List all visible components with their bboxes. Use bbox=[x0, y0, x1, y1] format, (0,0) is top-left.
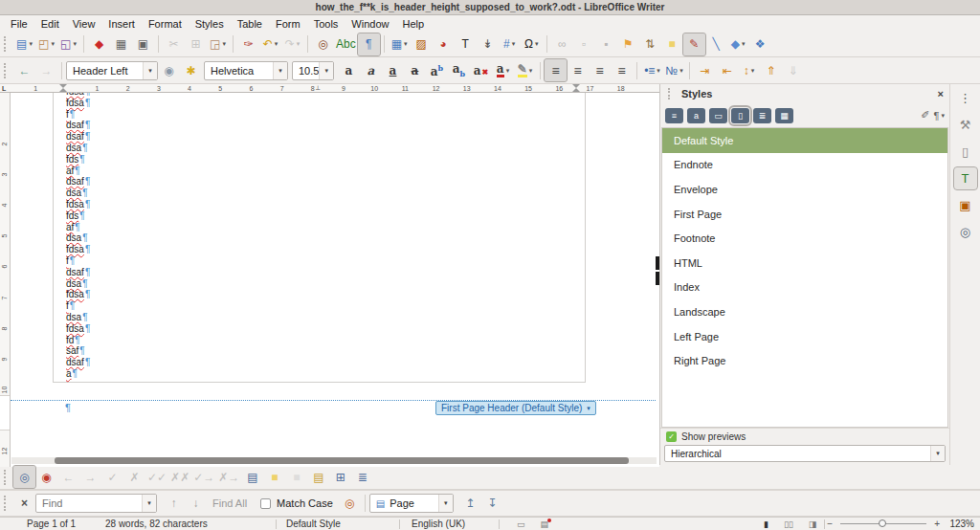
new-style-button[interactable]: ✱ bbox=[180, 59, 202, 81]
chevron-down-icon[interactable]: ▾ bbox=[930, 446, 945, 461]
close-find-bar-button[interactable]: × bbox=[13, 493, 35, 515]
style-list-item[interactable]: HTML bbox=[662, 251, 947, 276]
insert-bookmark-button[interactable]: ⚑ bbox=[617, 33, 639, 55]
fill-format-mode-button[interactable]: ✐ bbox=[921, 109, 929, 121]
panel-drag-handle[interactable] bbox=[668, 88, 674, 99]
sidebar-splitter-handle[interactable] bbox=[656, 256, 659, 285]
style-list-item[interactable]: Right Page bbox=[662, 348, 947, 373]
zoom-in-button[interactable]: + bbox=[932, 519, 942, 529]
search-input[interactable] bbox=[42, 497, 142, 509]
back-button[interactable]: ← bbox=[13, 59, 35, 81]
paste-button[interactable]: ◲▾ bbox=[207, 33, 229, 55]
insert-footnote-button[interactable]: ▫ bbox=[573, 33, 595, 55]
menu-item[interactable]: Window bbox=[345, 17, 395, 31]
horizontal-scrollbar[interactable] bbox=[11, 457, 657, 464]
zoom-slider[interactable] bbox=[840, 523, 926, 524]
chevron-down-icon[interactable]: ▾ bbox=[438, 495, 453, 512]
forward-button[interactable]: → bbox=[35, 59, 57, 81]
horizontal-ruler[interactable]: L 1123456789101112131415161718 ┴ bbox=[0, 84, 659, 93]
vertical-ruler[interactable]: 23456789101112 bbox=[0, 93, 11, 467]
page-style-status[interactable]: Default Style bbox=[277, 519, 399, 529]
line-spacing-button[interactable]: ↕▾ bbox=[738, 59, 760, 81]
undo-button[interactable]: ↶▾ bbox=[259, 33, 281, 55]
insert-hyperlink-button[interactable]: ∞ bbox=[551, 33, 573, 55]
style-list-item[interactable]: First Page bbox=[662, 202, 947, 227]
bold-button[interactable]: a bbox=[338, 59, 360, 81]
find-all-button[interactable]: Find All bbox=[212, 497, 247, 509]
toolbar-drag-handle[interactable] bbox=[4, 496, 10, 511]
track-changes-button[interactable]: ✎ bbox=[683, 33, 705, 55]
chevron-down-icon[interactable]: ▾ bbox=[273, 62, 287, 79]
align-left-button[interactable]: ≡ bbox=[545, 59, 567, 81]
font-size-combo[interactable]: 10.5 ▾ bbox=[292, 61, 334, 80]
close-icon[interactable]: × bbox=[938, 88, 944, 99]
page-number-status[interactable]: Page 1 of 1 bbox=[27, 519, 105, 529]
navigator-tab[interactable]: ◎ bbox=[954, 221, 977, 243]
spelling-button[interactable]: Abc bbox=[334, 33, 358, 55]
menu-item[interactable]: Table bbox=[231, 17, 269, 31]
basic-shapes-button[interactable]: ◆▾ bbox=[727, 33, 749, 55]
print-preview-button[interactable]: ▣ bbox=[132, 33, 154, 55]
style-list-item[interactable]: Footnote bbox=[662, 226, 947, 251]
toolbar-drag-handle[interactable] bbox=[4, 470, 10, 485]
toolbar-drag-handle[interactable] bbox=[4, 36, 10, 52]
draw-functions-button[interactable]: ❖ bbox=[749, 33, 771, 55]
style-list-item[interactable]: Envelope bbox=[662, 177, 947, 202]
strikethrough-button[interactable]: a bbox=[404, 59, 426, 81]
chevron-down-icon[interactable]: ▾ bbox=[142, 495, 156, 512]
zoom-level[interactable]: 123% bbox=[947, 519, 980, 529]
manage-changes-button[interactable]: ▤ bbox=[241, 466, 263, 488]
justify-button[interactable]: ≡ bbox=[611, 59, 633, 81]
print-button[interactable]: ▦ bbox=[110, 33, 132, 55]
right-indent-marker[interactable] bbox=[571, 84, 580, 92]
insert-cross-reference-button[interactable]: ⇅ bbox=[639, 33, 661, 55]
clone-formatting-button[interactable]: ✑ bbox=[237, 33, 259, 55]
document-modified-icon[interactable]: ▤ bbox=[541, 519, 549, 529]
insert-special-character-button[interactable]: Ω▾ bbox=[521, 33, 543, 55]
formatting-marks-button[interactable]: ¶ bbox=[358, 33, 380, 55]
open-button[interactable]: ◰▾ bbox=[35, 33, 57, 55]
styles-tab[interactable]: T bbox=[954, 167, 977, 189]
show-track-changes-button[interactable]: ◎ bbox=[13, 466, 35, 488]
reject-change-button[interactable]: ✗ bbox=[123, 466, 145, 488]
reject-and-next-button[interactable]: ✗→ bbox=[216, 466, 241, 488]
style-list-item[interactable]: Default Style bbox=[662, 128, 947, 153]
insert-image-button[interactable]: ▨ bbox=[411, 33, 433, 55]
previous-element-button[interactable]: ↥ bbox=[459, 493, 481, 515]
menu-item[interactable]: Format bbox=[142, 17, 189, 31]
reject-all-changes-button[interactable]: ✗✗ bbox=[168, 466, 191, 488]
style-list-item[interactable]: Landscape bbox=[662, 299, 947, 324]
italic-button[interactable]: a bbox=[360, 59, 382, 81]
frame-styles-tab[interactable]: ▭ bbox=[709, 108, 727, 123]
first-line-indent-marker[interactable] bbox=[58, 84, 67, 92]
next-element-button[interactable]: ↧ bbox=[481, 493, 503, 515]
menu-item[interactable]: Form bbox=[269, 17, 307, 31]
previous-change-button[interactable]: ← bbox=[57, 466, 79, 488]
bullet-list-button[interactable]: •≡▾ bbox=[641, 59, 663, 81]
insert-comment-button[interactable]: ■ bbox=[661, 33, 683, 55]
menu-item[interactable]: View bbox=[66, 17, 102, 31]
style-filter-combo[interactable]: Hierarchical ▾ bbox=[664, 445, 946, 462]
single-page-view-button[interactable]: ▮ bbox=[764, 519, 768, 529]
chevron-down-icon[interactable]: ▾ bbox=[143, 62, 157, 79]
insert-mode-icon[interactable]: ▭ bbox=[517, 519, 525, 529]
find-and-replace-button[interactable]: ◎ bbox=[339, 493, 361, 515]
superscript-button[interactable]: a bbox=[426, 59, 448, 81]
language-status[interactable]: English (UK) bbox=[400, 519, 499, 529]
tab-stop-selector[interactable]: L bbox=[2, 84, 6, 93]
multi-page-view-button[interactable]: ▯▯ bbox=[784, 519, 793, 529]
insert-field-button[interactable]: #▾ bbox=[499, 33, 521, 55]
chevron-down-icon[interactable]: ▾ bbox=[319, 62, 333, 79]
properties-tab[interactable]: ⚒ bbox=[954, 114, 977, 136]
redo-button[interactable]: ↷▾ bbox=[281, 33, 303, 55]
menu-item[interactable]: Edit bbox=[34, 17, 66, 31]
toolbar-drag-handle[interactable] bbox=[4, 63, 10, 78]
align-center-button[interactable]: ≡ bbox=[567, 59, 589, 81]
match-case-checkbox[interactable] bbox=[260, 498, 271, 509]
export-pdf-button[interactable]: ◆ bbox=[88, 33, 110, 55]
paragraph-styles-tab[interactable]: ≡ bbox=[665, 108, 683, 123]
accept-change-button[interactable]: ✓ bbox=[101, 466, 123, 488]
menu-item[interactable]: Help bbox=[395, 17, 431, 31]
menu-item[interactable]: Insert bbox=[101, 17, 142, 31]
find-and-replace-button[interactable]: ◎ bbox=[312, 33, 334, 55]
